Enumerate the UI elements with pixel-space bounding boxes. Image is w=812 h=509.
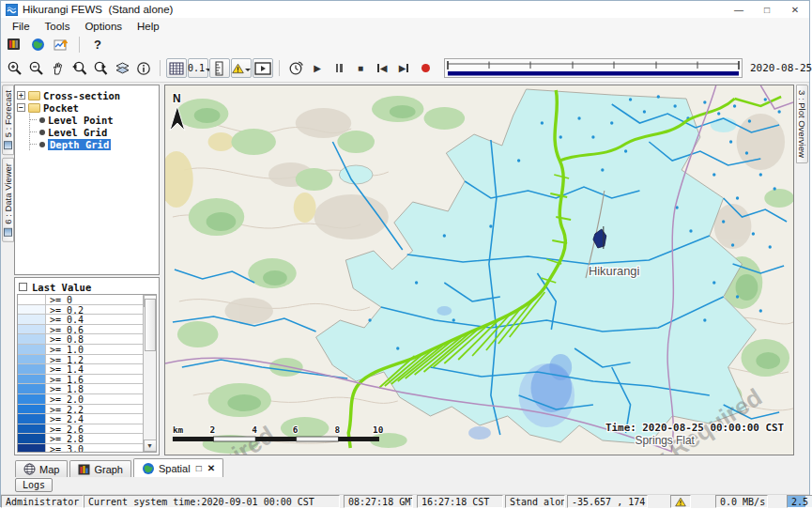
- legend-swatch: [18, 305, 46, 315]
- right-tab-rail: 3 : Plot Overview: [794, 83, 809, 457]
- map-display-button[interactable]: [27, 35, 48, 54]
- tab-map[interactable]: Map: [15, 460, 68, 477]
- float-panel-icon[interactable]: □: [196, 463, 202, 473]
- minimize-button[interactable]: —: [725, 1, 753, 18]
- menu-options[interactable]: Options: [77, 21, 130, 32]
- left-panel: + Cross-section − Pocket Level Point: [14, 83, 161, 457]
- animation-button[interactable]: [253, 58, 273, 78]
- legend-row: >= 1.4: [18, 364, 143, 375]
- expand-icon[interactable]: +: [17, 91, 25, 100]
- pan-button[interactable]: [47, 58, 68, 78]
- label-hikurangi: Hikurangi: [589, 264, 639, 278]
- menu-tools[interactable]: Tools: [38, 21, 78, 32]
- graph-bars-icon: [78, 464, 90, 475]
- checkbox-icon[interactable]: [19, 283, 27, 291]
- grid-icon: [169, 62, 184, 75]
- tab-data-viewer[interactable]: 6 : Data Viewer: [2, 158, 14, 242]
- legend-table: >= 0 >= 0.2 >= 0.4 >= 0.6 >= 0.8 >= 1.0 …: [17, 294, 157, 453]
- record-icon: [421, 64, 430, 72]
- tree-label: Level Grid: [48, 127, 107, 138]
- pause-icon: [335, 62, 344, 75]
- last-value-option[interactable]: Last Value: [17, 280, 157, 294]
- grid-display-button[interactable]: [166, 58, 187, 78]
- scale-bar-button[interactable]: [209, 58, 230, 78]
- legend-swatch: [18, 315, 46, 324]
- help-button[interactable]: ?: [87, 35, 108, 54]
- play-button[interactable]: ▶: [307, 58, 328, 78]
- tree-item-depth-grid[interactable]: Depth Grid: [30, 138, 157, 150]
- legend-row: >= 2.4: [18, 414, 143, 424]
- record-button[interactable]: [415, 58, 436, 78]
- pan-hand-icon: [50, 61, 65, 76]
- tab-graph[interactable]: Graph: [69, 460, 131, 477]
- map-time-label: Time: 2020-08-25 00:00:00 CST: [605, 422, 785, 434]
- step-forward-button[interactable]: ▶: [393, 58, 414, 78]
- title-bar: Hikurangi FEWS (Stand alone) — □ ✕: [1, 1, 809, 18]
- tab-forecast[interactable]: 5 : Forecast: [2, 85, 14, 155]
- tab-forecast-label: 5 : Forecast: [3, 90, 13, 137]
- legend-scrollbar[interactable]: ▲ ▼: [143, 295, 156, 452]
- close-button[interactable]: ✕: [781, 1, 809, 18]
- left-tab-rail: 5 : Forecast 6 : Data Viewer: [1, 83, 14, 457]
- window-title: Hikurangi FEWS (Stand alone): [23, 4, 173, 15]
- legend-swatch: [18, 384, 46, 393]
- info-button[interactable]: [133, 58, 154, 78]
- spatial-globe-icon: [142, 462, 155, 475]
- folder-icon: [28, 91, 40, 100]
- chart-arrow-icon: [54, 38, 69, 52]
- map-canvas[interactable]: API Key Required API Key Required Hikura…: [164, 85, 794, 455]
- zoom-previous-button[interactable]: [69, 58, 89, 78]
- legend-row: >= 2.0: [18, 394, 143, 405]
- legend-swatch: [18, 414, 46, 424]
- layer-bullet-icon: [39, 117, 45, 123]
- logs-button[interactable]: Logs: [15, 478, 53, 492]
- close-panel-icon[interactable]: ✕: [207, 463, 215, 473]
- explorer-button[interactable]: [4, 35, 24, 54]
- step-back-button[interactable]: ◀: [372, 58, 392, 78]
- status-local-time: 16:27:18 CST: [417, 495, 503, 508]
- collapse-icon[interactable]: −: [17, 103, 25, 112]
- legend-row: >= 1.0: [18, 345, 143, 355]
- tree-item-pocket[interactable]: − Pocket: [17, 101, 157, 114]
- status-warning[interactable]: [670, 495, 691, 508]
- help-icon: ?: [94, 38, 101, 52]
- main-toolbar: ?: [1, 34, 809, 54]
- menu-help[interactable]: Help: [130, 21, 167, 32]
- zoom-in-button[interactable]: [4, 58, 24, 78]
- stop-button[interactable]: ■: [350, 58, 371, 78]
- legend-panel: Last Value >= 0 >= 0.2 >= 0.4 >= 0.6 >= …: [14, 277, 160, 455]
- timeline-period-bar: [448, 71, 739, 76]
- info-icon: [136, 61, 151, 76]
- explorer-bars-icon: [7, 38, 22, 51]
- legend-swatch: [18, 334, 46, 344]
- zoom-next-icon: [92, 60, 109, 76]
- timer-button[interactable]: [285, 58, 306, 78]
- pause-button[interactable]: [329, 58, 349, 78]
- zoom-out-button[interactable]: [25, 58, 46, 78]
- status-user: Administrator: [1, 495, 84, 508]
- timeline-slider[interactable]: [444, 58, 743, 78]
- status-transfer-rate: 0.0 MB/s: [715, 495, 768, 508]
- timeseries-dialog-button[interactable]: [51, 35, 71, 54]
- zoom-next-button[interactable]: [90, 58, 111, 78]
- status-coordinates: -35.657 , 174.199: [567, 495, 648, 508]
- menu-file[interactable]: File: [5, 21, 38, 32]
- tree-item-cross-section[interactable]: + Cross-section: [17, 89, 157, 101]
- zoom-previous-icon: [70, 60, 87, 76]
- layers-button[interactable]: [112, 58, 132, 78]
- scroll-thumb[interactable]: [145, 299, 156, 351]
- point-size-dropdown[interactable]: 0.1: [188, 58, 208, 78]
- tab-spatial[interactable]: Spatial □ ✕: [133, 458, 223, 477]
- legend-swatch: [18, 355, 46, 364]
- status-system-time: Current system time:2020-09-01 00:00 CST: [84, 495, 340, 508]
- tab-plot-overview[interactable]: 3 : Plot Overview: [796, 85, 808, 163]
- app-window: Hikurangi FEWS (Stand alone) — □ ✕ File …: [0, 0, 810, 507]
- tree-item-level-grid[interactable]: Level Grid: [30, 126, 157, 138]
- maximize-button[interactable]: □: [753, 1, 781, 18]
- last-value-label: Last Value: [32, 282, 91, 293]
- tree-item-level-point[interactable]: Level Point: [30, 114, 157, 126]
- spatial-layer-tree: + Cross-section − Pocket Level Point: [14, 85, 160, 275]
- zoom-out-icon: [28, 60, 44, 76]
- warnings-dropdown[interactable]: [231, 58, 252, 78]
- scroll-down-icon[interactable]: ▼: [144, 440, 157, 452]
